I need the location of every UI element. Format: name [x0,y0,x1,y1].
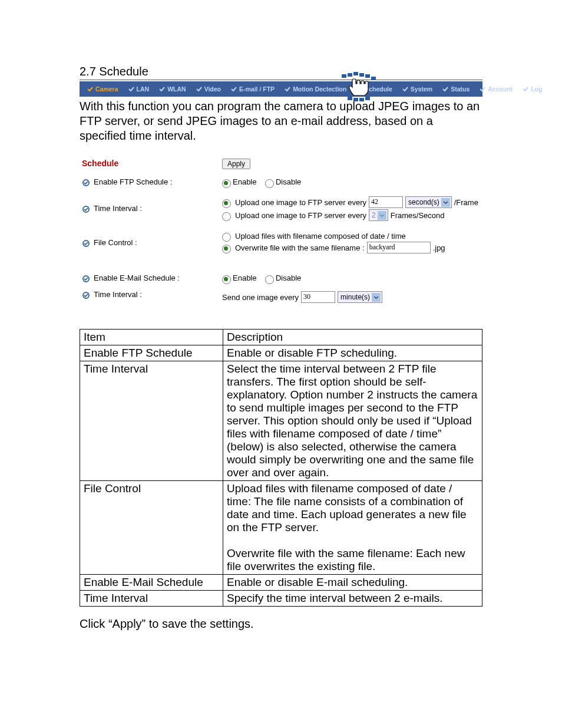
tab-label: LAN [137,85,150,93]
check-icon [87,85,94,93]
cell-item: File Control [80,481,223,575]
table-row: Time Interval Specify the time interval … [80,591,482,607]
radio-label: Disable [276,274,301,282]
tab-email-ftp[interactable]: E-mail / FTP [226,81,279,97]
table-row: Time Interval Select the time interval b… [80,361,482,481]
check-icon [128,85,135,93]
schedule-panel: Schedule Apply Enable FTP Schedule : Ena… [80,157,482,305]
tab-status[interactable]: Status [437,81,474,97]
col-header-item: Item [84,331,105,343]
email-interval-input[interactable]: 30 [301,291,335,303]
per-frame-label: /Frame [454,198,478,207]
section-title: 2.7 Schedule [80,65,482,80]
bullet-icon [82,179,90,187]
check-icon [479,85,486,93]
cell-desc-part: Upload files with filename composed of d… [227,482,467,533]
select-value: 2 [372,211,376,219]
chevron-down-icon [441,198,450,207]
tab-label: Schedule [365,85,392,93]
check-icon [284,85,291,93]
tab-wlan[interactable]: WLAN [154,81,191,97]
fps-label: Frames/Second [391,211,445,220]
cell-desc: Select the time interval between 2 FTP f… [223,361,482,481]
ftp-enable-radio[interactable] [222,179,231,188]
cell-item: Enable E-Mail Schedule [80,575,223,591]
email-time-interval-label: Time Interval : [94,290,142,299]
cell-item: Time Interval [80,591,223,607]
tab-account[interactable]: Account [474,81,517,97]
email-unit-select[interactable]: minute(s) [338,291,382,303]
apply-button[interactable]: Apply [222,159,250,169]
send-label: Send one image every [222,293,299,302]
table-row: Enable E-Mail Schedule Enable or disable… [80,575,482,591]
upload-fps-select[interactable]: 2 [369,209,388,221]
file-ext-label: .jpg [433,243,445,252]
radio-label: Enable [233,177,256,186]
tab-lan[interactable]: LAN [123,81,154,97]
check-icon [356,85,363,93]
cell-item: Enable FTP Schedule [80,345,223,361]
tab-system[interactable]: System [397,81,437,97]
select-value: second(s) [408,198,439,206]
table-row: Enable FTP Schedule Enable or disable FT… [80,345,482,361]
tab-motion[interactable]: Motion Dectection [279,81,351,97]
upload-fps-radio[interactable] [222,212,231,221]
bullet-icon [82,239,90,248]
tab-camera[interactable]: Camera [82,81,123,97]
upload-unit-select[interactable]: second(s) [405,196,452,208]
tab-label: Camera [95,85,118,93]
radio-label: Enable [233,274,256,282]
chevron-down-icon [378,211,386,220]
tab-label: E-mail / FTP [239,85,275,93]
description-table: Item Description Enable FTP Schedule Ena… [80,329,482,607]
panel-title: Schedule [82,159,118,168]
check-icon [196,85,203,93]
intro-text: With this function you can program the c… [80,99,482,143]
footer-note: Click “Apply” to save the settings. [80,617,482,631]
check-icon [230,85,237,93]
time-interval-label: Time Interval : [94,204,142,213]
tab-label: Status [451,85,470,93]
overwrite-filename-input[interactable]: backyard [367,242,431,253]
cell-desc: Enable or disable E-mail scheduling. [223,575,482,591]
tab-log[interactable]: Log [517,81,547,97]
bullet-icon [82,275,90,283]
radio-label: Upload one image to FTP server every [235,211,366,220]
tab-schedule[interactable]: Schedule [351,81,397,97]
check-icon [442,85,449,93]
cell-desc: Enable or disable FTP scheduling. [223,345,482,361]
cell-desc-part: Overwrite file with the same filename: E… [227,547,465,572]
check-icon [402,85,409,93]
radio-label: Disable [276,177,301,186]
radio-label: Upload one image to FTP server every [235,198,366,207]
upload-every-seconds-radio[interactable] [222,199,231,208]
ftp-disable-radio[interactable] [265,179,274,188]
file-datetime-radio[interactable] [222,233,231,242]
select-value: minute(s) [340,293,370,301]
check-icon [158,85,166,93]
tab-label: Log [531,85,542,93]
tab-video[interactable]: Video [191,81,226,97]
upload-seconds-input[interactable]: 42 [369,196,403,208]
tab-label: Video [204,85,221,93]
tab-label: Account [488,85,513,93]
tab-label: System [411,85,432,93]
bullet-icon [82,291,90,299]
chevron-down-icon [372,293,381,302]
radio-label: Overwrite file with the same filename : [235,243,365,252]
cell-desc: Specify the time interval between 2 e-ma… [223,591,482,607]
cell-item: Time Interval [80,361,223,481]
check-icon [522,85,529,93]
radio-label: Upload files with filename composed of d… [235,232,406,241]
email-disable-radio[interactable] [265,275,274,284]
email-enable-radio[interactable] [222,275,231,284]
file-overwrite-radio[interactable] [222,245,231,253]
tab-label: WLAN [167,85,186,93]
tab-bar: Camera LAN WLAN Video E-mail / FTP Motio… [80,81,482,97]
cell-desc: Upload files with filename composed of d… [223,481,482,575]
tab-label: Motion Dectection [293,85,346,93]
file-control-label: File Control : [94,238,137,247]
table-row: File Control Upload files with filename … [80,481,482,575]
enable-ftp-label: Enable FTP Schedule : [94,177,172,186]
enable-email-label: Enable E-Mail Schedule : [94,274,180,282]
